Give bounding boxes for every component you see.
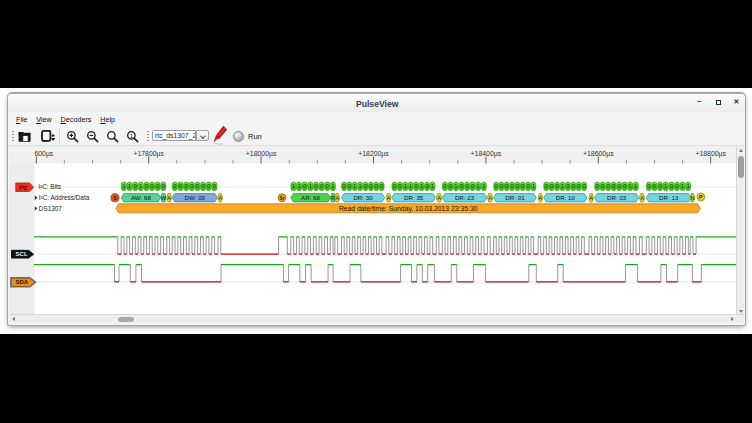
svg-text:+18800µs: +18800µs <box>695 150 726 158</box>
svg-text:1: 1 <box>130 133 134 139</box>
svg-text:DR: 30: DR: 30 <box>353 194 373 201</box>
svg-text:+18400µs: +18400µs <box>471 150 502 158</box>
svg-text:1: 1 <box>404 183 407 189</box>
svg-text:1: 1 <box>686 183 689 189</box>
svg-text:SCL: SCL <box>16 251 28 257</box>
svg-text:1: 1 <box>629 183 632 189</box>
svg-text:+18600µs: +18600µs <box>583 150 614 158</box>
svg-text:I²C: Bits: I²C: Bits <box>38 183 61 190</box>
svg-text:1: 1 <box>420 183 423 189</box>
svg-text:1: 1 <box>477 183 480 189</box>
svg-text:DS1307: DS1307 <box>39 205 63 212</box>
svg-text:+18000µs: +18000µs <box>246 150 277 158</box>
svg-text:1: 1 <box>309 183 312 189</box>
svg-text:A: A <box>640 195 644 201</box>
svg-text:AW: 68: AW: 68 <box>131 194 152 201</box>
svg-text:DR: 10: DR: 10 <box>556 194 576 201</box>
svg-text:1: 1 <box>431 183 434 189</box>
svg-text:1: 1 <box>482 183 485 189</box>
svg-text:1: 1 <box>122 183 125 189</box>
svg-text:Sr: Sr <box>280 196 285 201</box>
svg-text:A: A <box>335 195 339 201</box>
svg-text:1: 1 <box>409 183 412 189</box>
svg-text:1: 1 <box>664 183 667 189</box>
svg-text:I²C: Address/Data: I²C: Address/Data <box>39 194 90 201</box>
svg-text:+18200µs: +18200µs <box>358 150 389 158</box>
svg-text:DR: 35: DR: 35 <box>404 194 424 201</box>
svg-text:A: A <box>218 195 222 201</box>
svg-text:DR: 03: DR: 03 <box>607 194 627 201</box>
svg-text:1: 1 <box>681 183 684 189</box>
svg-text:1: 1 <box>128 183 131 189</box>
svg-text:A: A <box>167 195 171 201</box>
svg-text:1: 1 <box>331 183 334 189</box>
svg-text:AR: 68: AR: 68 <box>301 194 320 201</box>
svg-text:DW: 00: DW: 00 <box>185 194 206 201</box>
svg-text:+17800µs: +17800µs <box>133 150 164 158</box>
svg-text:DR: 01: DR: 01 <box>505 194 525 201</box>
svg-text:I²C: I²C <box>19 184 28 191</box>
svg-text:1: 1 <box>454 183 457 189</box>
svg-text:P: P <box>699 194 703 200</box>
svg-text:1: 1 <box>561 183 564 189</box>
svg-text:1: 1 <box>634 183 637 189</box>
svg-text:A: A <box>539 195 543 201</box>
svg-text:Read date/time: Sunday, 10.03.: Read date/time: Sunday, 10.03.2013 23:35… <box>339 205 478 213</box>
svg-text:A: A <box>488 195 492 201</box>
svg-text:1: 1 <box>353 183 356 189</box>
svg-text:SDA: SDA <box>15 279 28 285</box>
svg-text:A: A <box>437 195 441 201</box>
svg-text:DR: 13: DR: 13 <box>659 194 679 201</box>
svg-text:1: 1 <box>359 183 362 189</box>
svg-text:1: 1 <box>292 183 295 189</box>
svg-text:A: A <box>589 195 593 201</box>
svg-text:S: S <box>113 195 117 201</box>
svg-text:N: N <box>690 195 694 201</box>
svg-text:1: 1 <box>139 183 142 189</box>
svg-text:DR: 23: DR: 23 <box>455 194 475 201</box>
svg-text:A: A <box>387 195 391 201</box>
svg-text:1: 1 <box>297 183 300 189</box>
svg-text:600µs: 600µs <box>34 150 53 158</box>
svg-text:1: 1 <box>532 183 535 189</box>
